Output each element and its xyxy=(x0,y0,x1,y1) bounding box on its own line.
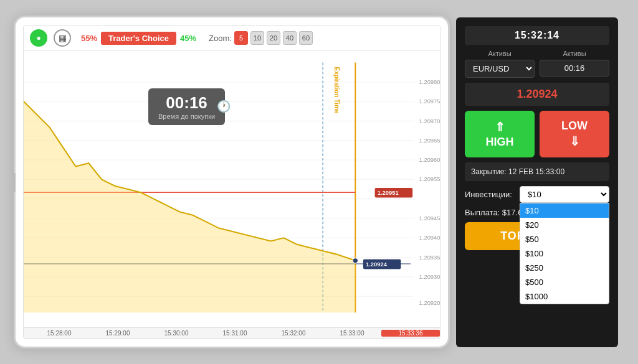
svg-text:1.20951: 1.20951 xyxy=(378,189,399,196)
pct-left: 55% xyxy=(81,34,97,43)
invest-select-wrapper: $10 $20 $50 $100 $250 $500 $1000 $10 $20… xyxy=(520,186,609,203)
svg-text:1.20960: 1.20960 xyxy=(419,156,440,163)
svg-text:1.20970: 1.20970 xyxy=(419,118,440,124)
low-label: LOW xyxy=(561,119,588,133)
assets-label-1: Активы xyxy=(465,50,535,57)
svg-text:1.20980: 1.20980 xyxy=(419,78,440,85)
zoom-section: Zoom: 5 10 20 40 60 xyxy=(209,31,313,45)
dropdown-option-500[interactable]: $500 xyxy=(520,275,609,289)
chevron-down-icon: ⇓ xyxy=(569,134,580,149)
x-label-2: 15:29:00 xyxy=(88,330,147,337)
svg-point-33 xyxy=(353,258,358,263)
svg-text:1.20924: 1.20924 xyxy=(366,261,388,268)
chart-svg: 1.20980 1.20975 1.20970 1.20965 1.20960 … xyxy=(24,51,440,327)
invest-row: Инвестиции: $10 $20 $50 $100 $250 $500 $… xyxy=(465,186,609,203)
dropdown-option-100[interactable]: $100 xyxy=(520,246,609,261)
zoom-label: Zoom: xyxy=(209,34,232,43)
zoom-btn-10[interactable]: 10 xyxy=(250,31,264,45)
x-label-active: 15:33:36 xyxy=(381,330,440,337)
assets-col-1: Активы EUR/USD xyxy=(465,50,535,78)
assets-label-2: Активы xyxy=(540,50,609,57)
zoom-btn-20[interactable]: 20 xyxy=(267,31,280,45)
zoom-btn-5[interactable]: 5 xyxy=(234,31,248,45)
zoom-btn-60[interactable]: 60 xyxy=(299,31,313,45)
chart-toolbar: ● ▦ 55% Trader's Choice 45% Zoom: 5 10 2… xyxy=(24,26,440,51)
traders-choice-badge: Trader's Choice xyxy=(101,32,176,45)
x-label-1: 15:28:00 xyxy=(30,330,88,337)
clock-icon: 🕐 xyxy=(217,100,231,113)
asset-time-input[interactable] xyxy=(540,60,609,77)
tablet-side-button xyxy=(12,173,16,192)
svg-text:1.20935: 1.20935 xyxy=(419,254,440,261)
payout-label: Выплата: $17.60 xyxy=(465,208,527,217)
x-axis: 15:28:00 15:29:00 15:30:00 15:31:00 15:3… xyxy=(24,327,440,338)
x-label-4: 15:31:00 xyxy=(206,330,264,337)
pct-right: 45% xyxy=(180,34,196,43)
asset-select[interactable]: EUR/USD xyxy=(465,60,535,78)
svg-text:1.20975: 1.20975 xyxy=(419,98,440,105)
dropdown-option-10[interactable]: $10 xyxy=(520,203,609,218)
low-button[interactable]: LOW ⇓ xyxy=(540,111,609,157)
svg-text:1.20945: 1.20945 xyxy=(419,215,440,222)
timer-time: 00:16 xyxy=(158,93,215,113)
closing-info: Закрытие: 12 FEB 15:33:00 xyxy=(465,162,609,181)
invest-select[interactable]: $10 $20 $50 $100 $250 $500 $1000 xyxy=(520,186,609,203)
high-button[interactable]: ⇑ HIGH xyxy=(465,111,535,157)
x-label-3: 15:30:00 xyxy=(147,330,206,337)
zoom-btn-40[interactable]: 40 xyxy=(283,31,297,45)
invest-label: Инвестиции: xyxy=(465,190,515,199)
dropdown-option-20[interactable]: $20 xyxy=(520,218,609,232)
chevron-up-icon: ⇑ xyxy=(495,119,505,134)
bar-chart-icon[interactable]: ▦ xyxy=(54,29,71,47)
panel-price: 1.20924 xyxy=(465,83,609,106)
svg-text:1.20955: 1.20955 xyxy=(419,175,440,182)
svg-text:1.20920: 1.20920 xyxy=(419,299,440,306)
dropdown-option-50[interactable]: $50 xyxy=(520,232,609,246)
svg-text:1.20940: 1.20940 xyxy=(419,234,440,241)
expiration-label: Expiration Time xyxy=(333,67,340,114)
timer-label: Время до покупки xyxy=(158,113,215,120)
circle-icon[interactable]: ● xyxy=(30,29,47,47)
chart-container: ● ▦ 55% Trader's Choice 45% Zoom: 5 10 2… xyxy=(23,25,440,339)
assets-col-2: Активы xyxy=(540,50,609,78)
traders-choice-bar: 55% Trader's Choice 45% xyxy=(81,32,196,45)
panel-time: 15:32:14 xyxy=(465,26,609,45)
right-panel: 15:32:14 Активы EUR/USD Активы 1.20924 ⇑… xyxy=(456,17,618,347)
svg-text:1.20965: 1.20965 xyxy=(419,137,440,144)
high-label: HIGH xyxy=(486,136,514,149)
timer-overlay: 00:16 Время до покупки xyxy=(148,88,225,125)
tablet-frame: ● ▦ 55% Trader's Choice 45% Zoom: 5 10 2… xyxy=(14,16,450,348)
x-label-6: 15:33:00 xyxy=(323,330,381,337)
trade-buttons: ⇑ HIGH LOW ⇓ xyxy=(465,111,609,157)
chart-area: 1.20980 1.20975 1.20970 1.20965 1.20960 … xyxy=(24,51,440,327)
x-label-5: 15:32:00 xyxy=(264,330,323,337)
assets-row: Активы EUR/USD Активы xyxy=(465,50,609,78)
closing-label: Закрытие: 12 FEB 15:33:00 xyxy=(471,167,564,176)
svg-text:1.20930: 1.20930 xyxy=(419,273,440,280)
invest-dropdown: $10 $20 $50 $100 $250 $500 $1000 xyxy=(520,203,609,304)
dropdown-option-250[interactable]: $250 xyxy=(520,261,609,275)
dropdown-option-1000[interactable]: $1000 xyxy=(520,289,609,304)
